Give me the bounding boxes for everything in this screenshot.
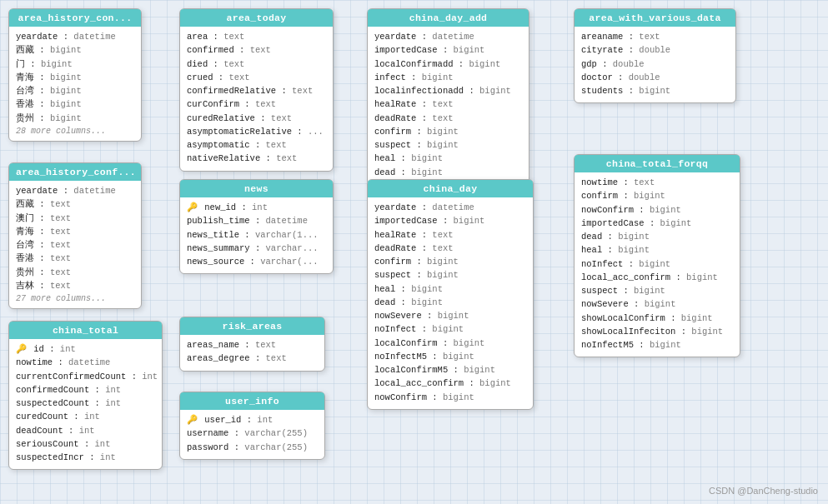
field-type: int [105,385,121,395]
field-name: importedCase [374,216,438,226]
field-name: confirm [374,257,411,267]
table-body-china_day: yeardate : datetimeimportedCase : bigint… [368,197,533,409]
field-name: dead [374,167,395,177]
field-type: bigint [639,259,670,269]
field-type: datetime [68,357,110,367]
field-type: bigint [50,45,82,55]
field-type: datetime [73,32,115,42]
field-name: currentConfirmedCount [16,372,126,382]
table-field: areas_name : text [187,338,318,352]
field-type: bigint [691,327,723,337]
table-field: doctor : double [581,71,729,84]
field-type: text [432,243,453,253]
table-field: asymptomatic : text [187,138,326,152]
field-type: varchar(1... [255,230,319,240]
field-name: showLocalConfirm [581,313,665,323]
field-name: area [187,32,208,42]
table-field: 青海 : bigint [16,71,134,84]
table-field: nowConfirm : bigint [581,203,733,217]
field-name: students [581,86,623,96]
field-name: username [187,428,228,438]
field-type: bigint [454,216,485,226]
table-field: dead : bigint [374,296,526,309]
pk-icon: 🔑 [187,202,203,212]
field-name: asymptomaticRelative [187,127,292,137]
field-name: died [187,59,208,69]
field-type: text [432,99,453,109]
field-type: int [100,452,116,462]
field-name: areas_name [187,340,239,350]
field-name: confirmedCount [16,385,89,395]
field-type: text [228,72,249,82]
field-type: text [50,281,71,291]
field-name: areaname [581,32,623,42]
field-name: importedCase [374,45,438,55]
field-name: yeardate [16,32,58,42]
field-name: confirm [581,191,618,201]
field-type: text [634,177,655,187]
field-type: bigint [443,392,474,402]
field-type: text [276,153,297,163]
field-type: bigint [660,218,692,228]
table-field: news_summary : varchar... [187,242,326,255]
field-type: double [629,72,660,82]
table-field: healRate : text [374,228,526,242]
field-name: suspectedCount [16,398,89,408]
field-name: healRate [374,99,416,109]
field-type: bigint [634,191,665,201]
field-name: news_source [187,257,244,267]
field-name: curedRelative [187,113,255,123]
field-type: bigint [634,286,665,296]
field-type: text [50,267,71,277]
table-header-china_total_forqq: china_total_forqq [575,155,740,172]
field-name: localConfirmadd [374,59,454,69]
table-field: suspectedCount : int [16,397,155,410]
field-name: seriousCount [16,439,79,449]
field-type: varchar(255) [244,428,308,438]
field-name: areas_degree [187,353,250,363]
field-type: varchar... [266,243,319,253]
table-field: yeardate : datetime [16,30,134,43]
table-field: infect : bigint [374,71,522,84]
field-name: deadRate [374,113,416,123]
field-name: curedCount [16,412,68,422]
field-name: 澳门 [16,213,34,223]
table-field: local_acc_confirm : bigint [581,271,733,284]
table-header-area_history_conf: area_history_conf... [9,163,141,181]
field-name: news_title [187,230,239,240]
field-type: text [292,86,313,96]
field-type: int [105,398,121,408]
table-field: nativeRelative : text [187,152,326,165]
table-field: heal : bigint [374,282,526,296]
table-field: localConfirm : bigint [374,337,526,350]
table-field: heal : bigint [581,243,733,257]
table-field: importedCase : bigint [374,214,526,227]
field-type: bigint [427,257,459,267]
field-type: datetime [73,186,115,196]
table-field: suspect : bigint [374,268,526,282]
field-name: heal [374,284,395,294]
table-field: showLocalInfeciton : bigint [581,325,733,338]
table-field: dead : bigint [374,166,522,179]
table-field: 贵州 : bigint [16,112,134,125]
field-name: yeardate [16,186,58,196]
field-name: nowtime [16,357,53,367]
table-field: 台湾 : text [16,238,134,252]
field-name: nowConfirm [374,392,427,402]
table-field: localConfirmadd : bigint [374,57,522,71]
field-type: int [79,426,95,436]
field-type: text [50,227,71,237]
table-field: curedRelative : text [187,112,326,125]
table-field: currentConfirmedCount : int [16,370,155,383]
field-type: text [432,230,453,240]
field-name: new_id [204,202,236,212]
field-name: crued [187,72,213,82]
field-type: bigint [650,340,681,350]
table-body-area_with_various_data: areaname : textcityrate : doublegdp : do… [575,27,735,102]
field-name: deadRate [374,243,416,253]
field-type: text [255,340,276,350]
field-type: bigint [443,352,474,362]
table-field: suspectedIncr : int [16,451,155,464]
field-type: text [250,45,271,55]
table-field: local_acc_confirm : bigint [374,377,526,390]
